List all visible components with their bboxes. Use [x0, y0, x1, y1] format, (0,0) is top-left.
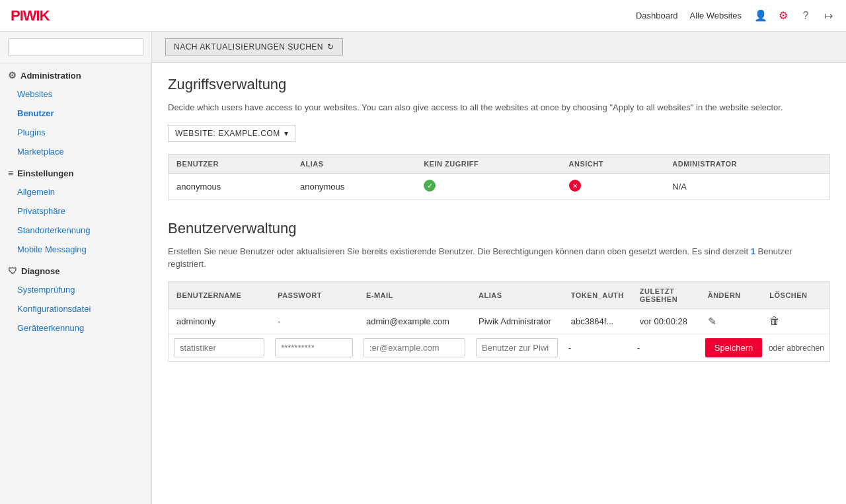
user-icon[interactable]: 👤	[753, 9, 768, 23]
cell-edit[interactable]: ✎	[700, 308, 762, 334]
benutzerverwaltung-desc: Erstellen Sie neue Benutzer oder aktuali…	[168, 245, 830, 271]
sidebar-section-einstellungen-label: Einstellungen	[17, 168, 73, 178]
sidebar-item-standorterkennung[interactable]: Standorterkennung	[0, 221, 151, 240]
sidebar-item-privatsphaere[interactable]: Privatsphäre	[0, 201, 151, 221]
sidebar-section-administration: ⚙ Administration	[0, 63, 151, 85]
cell-email: admin@example.com	[358, 308, 471, 334]
search-input[interactable]	[8, 38, 143, 56]
new-email-cell	[358, 334, 471, 361]
sidebar-item-websites[interactable]: Websites	[0, 85, 151, 104]
sidebar-section-diagnose-label: Diagnose	[21, 266, 60, 276]
cell-benutzer: anonymous	[169, 173, 292, 199]
diagnose-section-icon: 🛡	[8, 266, 17, 276]
sidebar-item-marketplace[interactable]: Marketplace	[0, 142, 151, 161]
col-zuletzt-gesehen: ZULETZT GESEHEN	[632, 282, 700, 309]
sidebar-section-administration-label: Administration	[20, 71, 81, 81]
col-benutzer: BENUTZER	[169, 155, 292, 174]
oder-text: oder abbrechen	[769, 343, 824, 353]
new-save-cell: Speichern oder abbrechen	[700, 334, 829, 361]
update-bar: NACH AKTUALISIERUNGEN SUCHEN ↻	[152, 32, 846, 63]
sidebar-section-diagnose: 🛡 Diagnose	[0, 259, 151, 280]
gear-icon[interactable]: ⚙	[776, 9, 790, 23]
new-alias-input[interactable]	[476, 338, 558, 357]
new-zuletzt-dash: -	[637, 343, 640, 353]
zugriffsverwaltung-desc: Decide which users have access to your w…	[168, 101, 830, 114]
sidebar-item-konfigurationsdatei[interactable]: Konfigurationsdatei	[0, 299, 151, 318]
zugriff-table: BENUTZER ALIAS KEIN ZUGRIFF ANSICHT ADMI…	[169, 155, 829, 199]
cell-kein-zugriff[interactable]	[416, 173, 560, 199]
col-token-auth: TOKEN_AUTH	[563, 282, 632, 309]
cell-administrator: N/A	[664, 173, 829, 199]
benutzer-table-container: BENUTZERNAME PASSWORT E-MAIL ALIAS TOKEN…	[168, 281, 830, 362]
new-token-cell: -	[563, 334, 632, 361]
sidebar: ⚙ Administration Websites Benutzer Plugi…	[0, 32, 152, 504]
refresh-icon: ↻	[327, 42, 334, 52]
cell-benutzername: adminonly	[169, 308, 270, 334]
new-zuletzt-cell: -	[632, 334, 700, 361]
layout: ⚙ Administration Websites Benutzer Plugi…	[0, 32, 846, 504]
update-button[interactable]: NACH AKTUALISIERUNGEN SUCHEN ↻	[165, 38, 343, 55]
zugriff-table-header-row: BENUTZER ALIAS KEIN ZUGRIFF ANSICHT ADMI…	[169, 155, 829, 174]
col-email: E-MAIL	[358, 282, 471, 309]
website-selector-label: WEBSITE: EXAMPLE.COM	[175, 129, 280, 138]
red-x-icon	[569, 180, 581, 192]
edit-icon[interactable]: ✎	[708, 316, 716, 327]
new-user-row: - - Speichern oder abbrechen	[169, 334, 829, 361]
new-passwort-input[interactable]	[275, 338, 353, 357]
nav-links: Dashboard Alle Websites 👤 ⚙ ? ↦	[636, 9, 835, 23]
cell-passwort: -	[270, 308, 358, 334]
logo: PIWIK	[11, 7, 50, 24]
nav-dashboard[interactable]: Dashboard	[636, 11, 678, 20]
cell-alias-val: Piwik Administrator	[471, 308, 563, 334]
update-button-label: NACH AKTUALISIERUNGEN SUCHEN	[174, 42, 323, 52]
help-icon[interactable]: ?	[798, 9, 813, 23]
sidebar-item-plugins[interactable]: Plugins	[0, 123, 151, 142]
benutzerverwaltung-desc-pre: Erstellen Sie neue Benutzer oder aktuali…	[168, 246, 751, 256]
sidebar-section-einstellungen: ≡ Einstellungen	[0, 161, 151, 182]
col-andern: ÄNDERN	[700, 282, 762, 309]
sidebar-item-geraterkennung[interactable]: Geräteerkennung	[0, 318, 151, 338]
top-nav: PIWIK Dashboard Alle Websites 👤 ⚙ ? ↦	[0, 0, 846, 32]
col-loschen: LÖSCHEN	[761, 282, 829, 309]
new-benutzername-input[interactable]	[174, 338, 264, 357]
nav-icons: 👤 ⚙ ? ↦	[753, 9, 835, 23]
new-passwort-cell	[270, 334, 358, 361]
zugriff-table-container: BENUTZER ALIAS KEIN ZUGRIFF ANSICHT ADMI…	[168, 154, 830, 200]
delete-icon[interactable]: 🗑	[769, 315, 780, 326]
new-alias-cell	[471, 334, 563, 361]
sidebar-item-allgemein[interactable]: Allgemein	[0, 182, 151, 201]
sidebar-item-mobile-messaging[interactable]: Mobile Messaging	[0, 240, 151, 259]
einstellungen-section-icon: ≡	[8, 168, 13, 178]
benutzer-table: BENUTZERNAME PASSWORT E-MAIL ALIAS TOKEN…	[169, 282, 829, 361]
cell-token-auth: abc3864f...	[563, 308, 632, 334]
save-button[interactable]: Speichern	[705, 338, 763, 357]
sidebar-search-container	[0, 32, 151, 63]
zugriffsverwaltung-title: Zugriffsverwaltung	[168, 76, 830, 93]
sidebar-item-benutzer[interactable]: Benutzer	[0, 104, 151, 123]
benutzerverwaltung-title: Benutzerverwaltung	[168, 220, 830, 237]
content-area: Zugriffsverwaltung Decide which users ha…	[152, 63, 846, 395]
cell-delete[interactable]: 🗑	[761, 308, 829, 334]
new-benutzername-cell	[169, 334, 270, 361]
nav-alle-websites[interactable]: Alle Websites	[689, 11, 742, 20]
col-benutzername: BENUTZERNAME	[169, 282, 270, 309]
gear-section-icon: ⚙	[8, 70, 17, 81]
col-administrator: ADMINISTRATOR	[664, 155, 829, 174]
main-content: NACH AKTUALISIERUNGEN SUCHEN ↻ Zugriffsv…	[152, 32, 846, 504]
green-check-icon	[424, 180, 436, 192]
col-passwort: PASSWORT	[270, 282, 358, 309]
website-selector[interactable]: WEBSITE: EXAMPLE.COM ▾	[168, 125, 295, 142]
cell-alias: anonymous	[292, 173, 416, 199]
benutzer-table-header-row: BENUTZERNAME PASSWORT E-MAIL ALIAS TOKEN…	[169, 282, 829, 309]
sidebar-item-systemprufung[interactable]: Systemprüfung	[0, 280, 151, 299]
cell-ansicht[interactable]	[561, 173, 665, 199]
table-row: anonymous anonymous N/A	[169, 173, 829, 199]
chevron-down-icon: ▾	[284, 129, 289, 138]
col-alias: ALIAS	[292, 155, 416, 174]
table-row: adminonly - admin@example.com Piwik Admi…	[169, 308, 829, 334]
col-alias: ALIAS	[471, 282, 563, 309]
logout-icon[interactable]: ↦	[821, 9, 835, 23]
cell-zuletzt-gesehen: vor 00:00:28	[632, 308, 700, 334]
new-email-input[interactable]	[364, 338, 465, 357]
col-kein-zugriff: KEIN ZUGRIFF	[416, 155, 560, 174]
